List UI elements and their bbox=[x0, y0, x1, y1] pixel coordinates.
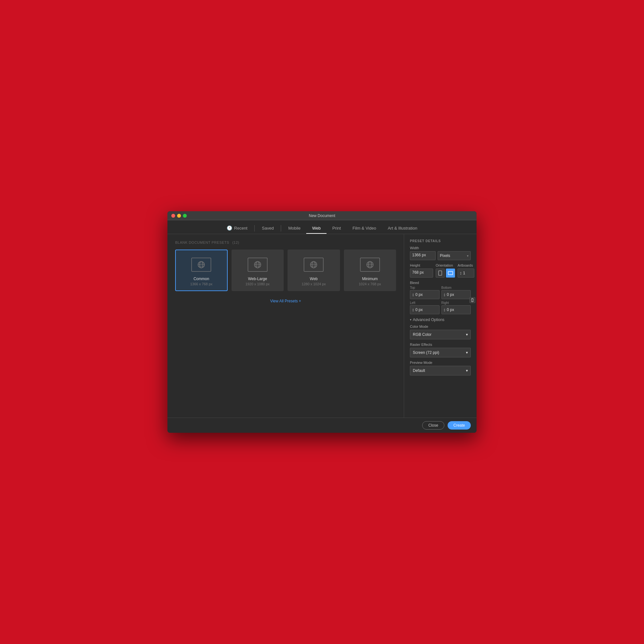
title-bar: New Document bbox=[167, 211, 477, 220]
close-window-button[interactable] bbox=[171, 214, 175, 218]
width-input[interactable]: 1366 px bbox=[410, 251, 436, 260]
bleed-right-field: Right ▲ ▼ 0 px bbox=[441, 301, 471, 314]
bleed-label: Bleed bbox=[410, 281, 471, 285]
preset-name-web-large: Web-Large bbox=[248, 277, 267, 281]
tab-art-illustration[interactable]: Art & Illustration bbox=[382, 223, 423, 234]
advanced-options-chevron: ▾ bbox=[410, 318, 412, 321]
raster-effects-select[interactable]: Screen (72 ppi) ▾ bbox=[410, 348, 471, 357]
nav-divider bbox=[254, 225, 255, 232]
raster-effects-field: Raster Effects Screen (72 ppi) ▾ bbox=[410, 343, 471, 357]
tab-print[interactable]: Print bbox=[327, 223, 347, 234]
window-title: New Document bbox=[309, 213, 335, 218]
tab-film-video[interactable]: Film & Video bbox=[347, 223, 382, 234]
color-mode-select[interactable]: RGB Color ▾ bbox=[410, 330, 471, 339]
preset-common[interactable]: Common 1366 x 768 px bbox=[175, 250, 228, 291]
preset-size-common: 1366 x 768 px bbox=[190, 282, 213, 286]
preview-mode-chevron: ▾ bbox=[466, 368, 468, 373]
preview-mode-select[interactable]: Default ▾ bbox=[410, 366, 471, 375]
advanced-options-toggle[interactable]: ▾ Advanced Options bbox=[410, 317, 471, 322]
bleed-right-input[interactable]: ▲ ▼ 0 px bbox=[441, 305, 471, 314]
minimize-window-button[interactable] bbox=[177, 214, 181, 218]
preset-minimum[interactable]: Minimum 1024 x 768 px bbox=[344, 250, 396, 291]
color-mode-label: Color Mode bbox=[410, 325, 471, 328]
tab-web[interactable]: Web bbox=[306, 223, 327, 234]
artboards-label: Artboards bbox=[458, 263, 474, 267]
details-section-title: PRESET DETAILS bbox=[410, 239, 471, 243]
view-all-presets-button[interactable]: View All Presets + bbox=[175, 299, 396, 303]
width-unit-select[interactable]: Pixels ▾ bbox=[438, 251, 471, 260]
color-mode-field: Color Mode RGB Color ▾ bbox=[410, 325, 471, 339]
recent-icon: 🕐 bbox=[227, 225, 232, 231]
height-label: Height bbox=[410, 263, 433, 267]
bleed-bottom-field: Bottom ▲ ▼ 0 px bbox=[441, 286, 471, 299]
portrait-button[interactable] bbox=[436, 269, 445, 278]
preset-icon-web bbox=[302, 257, 325, 273]
bleed-top-label: Top bbox=[410, 286, 440, 289]
bleed-top-input[interactable]: ▲ ▼ 0 px bbox=[410, 290, 440, 299]
link-bleed-button[interactable] bbox=[469, 297, 475, 303]
preset-name-web: Web bbox=[310, 277, 317, 281]
artboards-value: 1 bbox=[463, 271, 465, 275]
bleed-top-down[interactable]: ▼ bbox=[412, 295, 415, 297]
details-panel: PRESET DETAILS Width 1366 px Pixels ▾ He… bbox=[404, 234, 477, 418]
preset-size-web-large: 1920 x 1080 px bbox=[245, 282, 270, 286]
bleed-left-field: Left ▲ ▼ 0 px bbox=[410, 301, 440, 314]
preset-size-minimum: 1024 x 768 px bbox=[359, 282, 381, 286]
bleed-right-label: Right bbox=[441, 301, 471, 305]
preset-name-common: Common bbox=[194, 277, 209, 281]
close-button[interactable]: Close bbox=[422, 421, 444, 430]
window-controls bbox=[171, 214, 187, 218]
preset-web[interactable]: Web 1280 x 1024 px bbox=[288, 250, 340, 291]
raster-effects-label: Raster Effects bbox=[410, 343, 471, 346]
preset-icon-web-large bbox=[246, 257, 269, 273]
window-footer: Close Create bbox=[167, 418, 477, 433]
maximize-window-button[interactable] bbox=[183, 214, 187, 218]
bleed-left-label: Left bbox=[410, 301, 440, 305]
presets-panel: BLANK DOCUMENT PRESETS (12) bbox=[167, 234, 404, 418]
orientation-label: Orientation bbox=[436, 263, 455, 267]
svg-rect-24 bbox=[439, 271, 442, 275]
bleed-left-input[interactable]: ▲ ▼ 0 px bbox=[410, 305, 440, 314]
nav-divider-2 bbox=[281, 225, 281, 232]
preview-mode-label: Preview Mode bbox=[410, 361, 471, 365]
bleed-left-down[interactable]: ▼ bbox=[412, 310, 415, 312]
main-content: BLANK DOCUMENT PRESETS (12) bbox=[167, 234, 477, 418]
svg-rect-25 bbox=[448, 271, 453, 275]
tab-saved[interactable]: Saved bbox=[256, 223, 279, 234]
tab-recent[interactable]: 🕐 Recent bbox=[221, 223, 253, 234]
artboards-down-button[interactable]: ▼ bbox=[459, 273, 462, 275]
new-document-dialog: New Document 🕐 Recent Saved Mobile Web P… bbox=[167, 211, 477, 433]
width-label: Width bbox=[410, 246, 471, 250]
tab-mobile[interactable]: Mobile bbox=[282, 223, 306, 234]
presets-grid: Common 1366 x 768 px bbox=[175, 250, 396, 291]
preset-size-web: 1280 x 1024 px bbox=[302, 282, 326, 286]
preset-icon-common bbox=[190, 257, 213, 273]
raster-effects-chevron: ▾ bbox=[466, 350, 468, 355]
color-mode-chevron: ▾ bbox=[466, 332, 468, 337]
preset-icon-minimum bbox=[359, 257, 381, 273]
width-unit-chevron: ▾ bbox=[467, 254, 469, 258]
presets-header: BLANK DOCUMENT PRESETS (12) bbox=[175, 241, 396, 244]
bleed-bottom-down[interactable]: ▼ bbox=[443, 295, 446, 297]
preset-name-minimum: Minimum bbox=[362, 277, 378, 281]
landscape-button[interactable] bbox=[446, 269, 455, 278]
orientation-buttons bbox=[436, 269, 455, 278]
preview-mode-field: Preview Mode Default ▾ bbox=[410, 361, 471, 375]
width-row: 1366 px Pixels ▾ bbox=[410, 251, 471, 260]
bleed-bottom-label: Bottom bbox=[441, 286, 471, 289]
preset-web-large[interactable]: Web-Large 1920 x 1080 px bbox=[232, 250, 284, 291]
create-button[interactable]: Create bbox=[448, 421, 471, 430]
bleed-right-down[interactable]: ▼ bbox=[443, 310, 446, 312]
nav-tabs: 🕐 Recent Saved Mobile Web Print Film & V… bbox=[167, 220, 477, 234]
bleed-bottom-input[interactable]: ▲ ▼ 0 px bbox=[441, 290, 471, 299]
bleed-top-field: Top ▲ ▼ 0 px bbox=[410, 286, 440, 299]
height-input[interactable]: 768 px bbox=[410, 269, 433, 278]
advanced-options-label: Advanced Options bbox=[413, 317, 444, 322]
